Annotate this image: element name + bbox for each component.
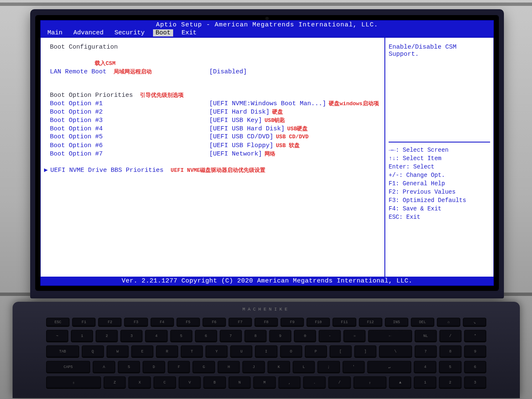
key-z[interactable]: Z: [104, 376, 126, 389]
key-slash[interactable]: /: [328, 376, 351, 389]
key-5[interactable]: 5: [170, 330, 192, 342]
key-num4[interactable]: 4: [414, 361, 436, 373]
key-enter[interactable]: ↵: [367, 361, 411, 373]
tab-main[interactable]: Main: [45, 29, 65, 36]
key-9[interactable]: 9: [269, 330, 291, 342]
key-up[interactable]: ▲: [389, 376, 412, 389]
key-e[interactable]: E: [131, 345, 153, 358]
key-d[interactable]: D: [143, 361, 165, 373]
key-1[interactable]: 1: [71, 330, 93, 342]
key-end[interactable]: ↘: [463, 318, 486, 327]
key-n[interactable]: N: [228, 376, 251, 389]
key-b[interactable]: B: [203, 376, 226, 389]
key-num7[interactable]: 7: [415, 345, 437, 358]
key-minus[interactable]: -: [319, 330, 341, 342]
key-g[interactable]: G: [192, 361, 215, 373]
tab-advanced[interactable]: Advanced: [71, 29, 106, 36]
key-j[interactable]: J: [242, 361, 265, 373]
key-f4[interactable]: F4: [151, 318, 174, 327]
key-grave[interactable]: ~: [46, 330, 68, 342]
key-f1[interactable]: F1: [72, 318, 96, 327]
key-f8[interactable]: F8: [254, 318, 278, 327]
key-v[interactable]: V: [179, 376, 201, 389]
key-numdiv[interactable]: /: [439, 330, 462, 342]
key-semicolon[interactable]: ;: [317, 361, 340, 373]
key-num6[interactable]: 6: [464, 361, 487, 373]
key-quote[interactable]: ': [343, 361, 365, 373]
key-f5[interactable]: F5: [176, 318, 200, 327]
key-8[interactable]: 8: [244, 330, 267, 342]
key-c[interactable]: C: [153, 376, 176, 389]
key-0[interactable]: 0: [294, 330, 316, 342]
key-lbracket[interactable]: [: [330, 345, 352, 358]
key-period[interactable]: .: [303, 376, 326, 389]
boot-option-5[interactable]: Boot Option #5[UEFI USB CD/DVD]USB CD/DV…: [50, 133, 380, 142]
key-f3[interactable]: F3: [124, 318, 148, 327]
tab-exit[interactable]: Exit: [179, 29, 199, 36]
key-num3[interactable]: 3: [464, 376, 487, 389]
key-k[interactable]: K: [267, 361, 290, 373]
key-num8[interactable]: 8: [439, 345, 462, 358]
key-f12[interactable]: F12: [359, 318, 382, 327]
key-y[interactable]: Y: [205, 345, 228, 358]
key-w[interactable]: W: [106, 345, 129, 358]
key-backspace[interactable]: ←: [368, 330, 412, 342]
key-caps[interactable]: CAPS: [46, 361, 90, 373]
key-f2[interactable]: F2: [98, 318, 122, 327]
key-4[interactable]: 4: [145, 330, 167, 342]
key-p[interactable]: P: [305, 345, 327, 358]
key-num2[interactable]: 2: [439, 376, 462, 389]
uefi-nvme-bbs-submenu[interactable]: ▶ UEFI NVME Drive BBS Priorities UEFI NV…: [50, 166, 380, 174]
key-u[interactable]: U: [230, 345, 252, 358]
key-num1[interactable]: 1: [414, 376, 436, 389]
key-f6[interactable]: F6: [202, 318, 226, 327]
key-a[interactable]: A: [93, 361, 115, 373]
key-f11[interactable]: F11: [332, 318, 356, 327]
key-i[interactable]: I: [255, 345, 277, 358]
key-f[interactable]: F: [168, 361, 190, 373]
key-lshift[interactable]: ⇧: [46, 376, 101, 389]
launch-csm-item[interactable]: Launch CSM 载入CSM [Disabled]: [50, 60, 380, 68]
key-x[interactable]: X: [128, 376, 151, 389]
key-3[interactable]: 3: [120, 330, 143, 342]
key-f7[interactable]: F7: [228, 318, 252, 327]
key-h[interactable]: H: [218, 361, 240, 373]
key-l[interactable]: L: [293, 361, 315, 373]
tab-boot[interactable]: Boot: [153, 29, 173, 36]
key-rbracket[interactable]: ]: [354, 345, 376, 358]
boot-option-3[interactable]: Boot Option #3[UEFI USB Key]USB钥匙: [50, 117, 380, 125]
boot-option-6[interactable]: Boot Option #6[UEFI USB Floppy]USB 软盘: [50, 142, 380, 150]
key-7[interactable]: 7: [220, 330, 242, 342]
key-backslash[interactable]: \: [379, 345, 412, 358]
key-t[interactable]: T: [181, 345, 203, 358]
lan-remote-boot-item[interactable]: LAN Remote Boot 局域网远程启动 [Disabled]: [50, 68, 380, 76]
boot-option-2[interactable]: Boot Option #2[UEFI Hard Disk]硬盘: [50, 108, 380, 117]
laptop-frame: Aptio Setup - American Megatrends Intern…: [30, 9, 504, 298]
key-tab[interactable]: TAB: [46, 345, 79, 358]
key-rshift[interactable]: ⇧: [353, 376, 387, 389]
key-num9[interactable]: 9: [464, 345, 486, 358]
key-home[interactable]: ⌂: [437, 318, 460, 327]
key-esc[interactable]: ESC: [46, 318, 70, 327]
boot-option-1[interactable]: Boot Option #1[UEFI NVME:Windows Boot Ma…: [50, 100, 380, 108]
key-r[interactable]: R: [156, 345, 178, 358]
key-num5[interactable]: 5: [439, 361, 462, 373]
key-6[interactable]: 6: [195, 330, 217, 342]
key-nummul[interactable]: *: [464, 330, 486, 342]
key-2[interactable]: 2: [96, 330, 118, 342]
key-f9[interactable]: F9: [280, 318, 304, 327]
submenu-label: UEFI NVME Drive BBS Priorities: [50, 167, 163, 174]
boot-option-4[interactable]: Boot Option #4[UEFI USB Hard Disk]USB硬盘: [50, 125, 380, 133]
key-ins[interactable]: INS: [385, 318, 408, 327]
tab-security[interactable]: Security: [112, 29, 147, 36]
key-equals[interactable]: =: [343, 330, 366, 342]
key-o[interactable]: O: [280, 345, 302, 358]
key-m[interactable]: M: [253, 376, 276, 389]
key-del[interactable]: DEL: [411, 318, 434, 327]
key-numlock[interactable]: NL: [415, 330, 437, 342]
key-f10[interactable]: F10: [306, 318, 330, 327]
key-comma[interactable]: ,: [278, 376, 301, 389]
key-q[interactable]: Q: [82, 345, 104, 358]
boot-option-7[interactable]: Boot Option #7[UEFI Network]网络: [50, 150, 380, 158]
key-s[interactable]: S: [118, 361, 140, 373]
